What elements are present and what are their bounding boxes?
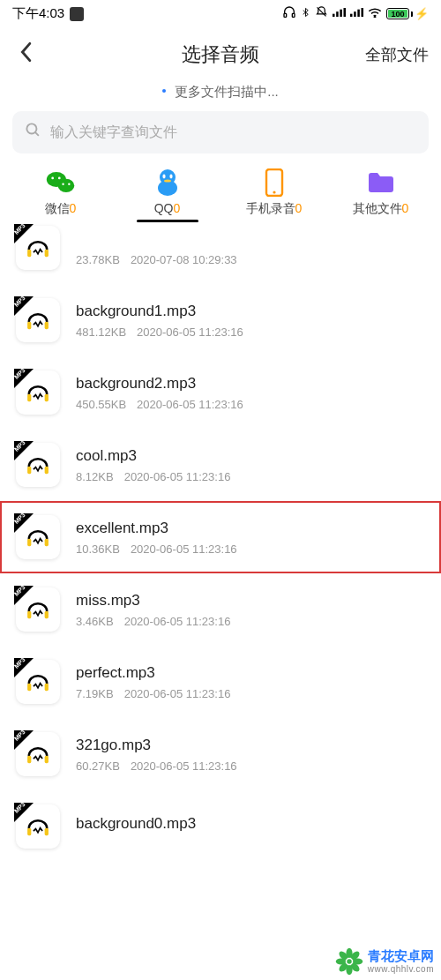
svg-point-19	[68, 183, 70, 185]
file-row[interactable]: dooropen.mp3 23.78KB 2020-07-08 10:29:33	[0, 226, 441, 284]
file-row[interactable]: excellent.mp3 10.36KB 2020-06-05 11:23:1…	[0, 501, 441, 573]
svg-rect-1	[292, 13, 295, 17]
file-info: 321go.mp3 60.27KB 2020-06-05 11:23:16	[76, 737, 425, 773]
svg-rect-7	[350, 14, 353, 17]
audio-thumbnail	[16, 804, 60, 849]
file-row[interactable]: miss.mp3 3.46KB 2020-06-05 11:23:16	[0, 573, 441, 646]
mp3-badge	[14, 803, 34, 822]
phone-icon	[259, 168, 289, 198]
svg-rect-38	[45, 611, 49, 619]
file-name: background0.mp3	[76, 815, 425, 833]
svg-rect-28	[45, 250, 49, 258]
tab-label: 微信0	[45, 201, 77, 217]
svg-rect-10	[362, 8, 364, 17]
watermark: 青花安卓网 www.qhhlv.com	[329, 941, 441, 980]
file-name: miss.mp3	[76, 592, 425, 610]
file-info: background0.mp3	[76, 815, 425, 838]
file-date: 2020-06-05 11:23:16	[131, 759, 237, 773]
svg-line-13	[35, 132, 39, 136]
folder-icon	[366, 168, 396, 198]
tab-recordings[interactable]: 手机录音0	[243, 168, 305, 217]
svg-point-21	[158, 180, 177, 196]
source-tabs: 微信0 QQ0 手机录音0 其他文件0	[0, 168, 441, 226]
svg-point-12	[26, 123, 36, 133]
svg-point-16	[51, 177, 54, 180]
svg-rect-43	[27, 828, 31, 836]
svg-rect-40	[45, 684, 49, 692]
tab-wechat[interactable]: 微信0	[30, 168, 92, 217]
svg-rect-4	[336, 11, 339, 17]
file-name: perfect.mp3	[76, 664, 425, 682]
file-size: 481.12KB	[76, 325, 126, 339]
back-button[interactable]	[12, 38, 39, 71]
file-size: 10.36KB	[76, 542, 120, 556]
audio-thumbnail	[16, 587, 60, 632]
petal-logo-icon	[334, 946, 364, 976]
svg-point-23	[169, 175, 172, 179]
svg-point-15	[57, 179, 74, 192]
bluetooth-icon	[301, 5, 310, 22]
tab-label: 其他文件0	[353, 201, 409, 217]
status-app-icon	[70, 7, 84, 21]
wifi-icon	[368, 7, 382, 20]
svg-rect-29	[27, 322, 31, 330]
file-date: 2020-06-05 11:23:16	[137, 325, 243, 339]
svg-rect-42	[45, 756, 49, 764]
search-input[interactable]	[50, 124, 416, 140]
tab-qq[interactable]: QQ0	[137, 168, 198, 217]
file-info: excellent.mp3 10.36KB 2020-06-05 11:23:1…	[76, 520, 425, 556]
file-list: dooropen.mp3 23.78KB 2020-07-08 10:29:33…	[0, 226, 441, 849]
tab-other[interactable]: 其他文件0	[350, 168, 412, 217]
scanning-status: 更多文件扫描中...	[0, 80, 441, 111]
file-name: background2.mp3	[76, 375, 425, 393]
file-size: 7.19KB	[76, 687, 114, 700]
svg-rect-35	[27, 539, 31, 547]
svg-rect-27	[27, 250, 31, 258]
svg-rect-37	[27, 611, 31, 619]
qq-icon	[153, 168, 183, 198]
mp3-badge	[14, 586, 34, 605]
svg-point-54	[347, 959, 351, 963]
svg-rect-30	[45, 322, 49, 330]
file-row[interactable]: background0.mp3	[0, 790, 441, 849]
audio-thumbnail	[16, 443, 60, 487]
svg-rect-32	[45, 394, 49, 402]
file-date: 2020-06-05 11:23:16	[124, 687, 231, 700]
mp3-badge	[14, 369, 34, 388]
file-row[interactable]: background1.mp3 481.12KB 2020-06-05 11:2…	[0, 284, 441, 356]
mp3-badge	[14, 296, 34, 316]
file-info: perfect.mp3 7.19KB 2020-06-05 11:23:16	[76, 664, 425, 700]
wechat-icon	[46, 168, 76, 198]
svg-rect-34	[45, 467, 49, 475]
svg-point-18	[62, 183, 64, 185]
svg-rect-44	[45, 828, 49, 836]
mp3-badge	[14, 513, 34, 533]
file-size: 8.12KB	[76, 470, 114, 483]
search-box[interactable]	[12, 111, 429, 153]
svg-point-17	[57, 177, 60, 180]
file-size: 450.55KB	[76, 398, 126, 411]
all-files-link[interactable]: 全部文件	[365, 44, 429, 65]
svg-rect-9	[357, 10, 360, 17]
file-date: 2020-06-05 11:23:16	[124, 615, 231, 628]
file-size: 3.46KB	[76, 615, 114, 628]
file-info: miss.mp3 3.46KB 2020-06-05 11:23:16	[76, 592, 425, 628]
file-date: 2020-06-05 11:23:16	[124, 470, 231, 483]
file-row[interactable]: 321go.mp3 60.27KB 2020-06-05 11:23:16	[0, 718, 441, 790]
audio-thumbnail	[16, 660, 60, 704]
svg-rect-3	[333, 14, 335, 17]
file-size: 23.78KB	[76, 253, 120, 266]
file-row[interactable]: cool.mp3 8.12KB 2020-06-05 11:23:16	[0, 429, 441, 501]
page-title: 选择音频	[182, 41, 259, 68]
file-info: background2.mp3 450.55KB 2020-06-05 11:2…	[76, 375, 425, 411]
signal2-icon	[350, 7, 363, 20]
file-info: dooropen.mp3 23.78KB 2020-07-08 10:29:33	[76, 230, 425, 266]
mute-icon	[315, 5, 328, 22]
svg-rect-31	[27, 394, 31, 402]
svg-point-22	[162, 175, 165, 179]
audio-thumbnail	[16, 732, 60, 776]
file-row[interactable]: background2.mp3 450.55KB 2020-06-05 11:2…	[0, 356, 441, 429]
file-info: background1.mp3 481.12KB 2020-06-05 11:2…	[76, 303, 425, 339]
file-row[interactable]: perfect.mp3 7.19KB 2020-06-05 11:23:16	[0, 646, 441, 718]
mp3-badge	[14, 658, 34, 677]
